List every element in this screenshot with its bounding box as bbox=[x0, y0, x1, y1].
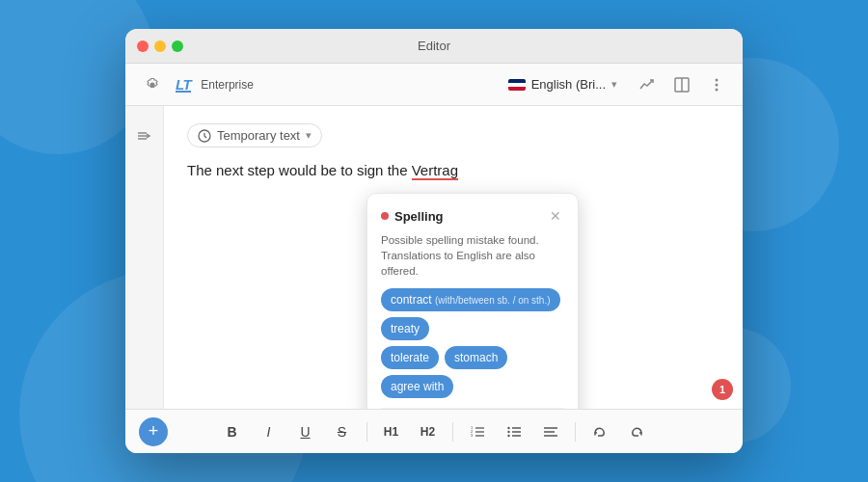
close-button[interactable] bbox=[137, 40, 149, 52]
suggestion-tolerate[interactable]: tolerate bbox=[381, 346, 439, 369]
popup-title-text: Spelling bbox=[394, 209, 444, 224]
language-label: English (Bri... bbox=[531, 77, 606, 92]
svg-point-26 bbox=[507, 434, 509, 436]
badge-count: 1 bbox=[719, 384, 725, 395]
unordered-list-button[interactable] bbox=[500, 417, 529, 446]
popup-header: Spelling ✕ bbox=[381, 207, 564, 225]
editor-window: Editor LT Enterprise English (Bri... bbox=[125, 29, 743, 453]
svg-point-4 bbox=[716, 88, 719, 91]
svg-point-3 bbox=[716, 83, 719, 86]
suggestion-stomach-label: stomach bbox=[454, 351, 498, 364]
redo-button[interactable] bbox=[622, 417, 651, 446]
suggestion-contract-sub: (with/between sb. / on sth.) bbox=[435, 295, 551, 306]
doc-header: Temporary text ▾ bbox=[164, 106, 743, 159]
title-bar: Editor bbox=[125, 29, 743, 64]
suggestion-treaty[interactable]: treaty bbox=[381, 317, 429, 340]
suggestion-contract-label: contract bbox=[391, 293, 432, 307]
bold-button[interactable]: B bbox=[218, 417, 247, 446]
main-area: Temporary text ▾ The next step would be … bbox=[125, 106, 743, 409]
suggestions-row-2: tolerate stomach agree with bbox=[381, 346, 564, 398]
trending-icon[interactable] bbox=[635, 72, 660, 97]
strikethrough-button[interactable]: S bbox=[328, 417, 357, 446]
traffic-lights bbox=[137, 40, 183, 52]
bottom-toolbar: + B I U S H1 H2 1 2 3 bbox=[125, 409, 743, 453]
popup-divider bbox=[381, 408, 564, 409]
enterprise-label: Enterprise bbox=[201, 78, 254, 92]
editor-area: Temporary text ▾ The next step would be … bbox=[164, 106, 743, 409]
strikethrough-label: S bbox=[338, 424, 346, 440]
temp-text-label: Temporary text bbox=[217, 128, 300, 143]
uk-flag-icon bbox=[508, 79, 526, 91]
chevron-down-icon: ▾ bbox=[611, 78, 617, 91]
add-content-button[interactable]: + bbox=[139, 417, 168, 446]
lt-logo: LT bbox=[176, 76, 191, 93]
italic-button[interactable]: I bbox=[255, 417, 284, 446]
add-icon: + bbox=[149, 421, 159, 442]
suggestion-agree-with[interactable]: agree with bbox=[381, 375, 453, 398]
toolbar-right: English (Bri... ▾ bbox=[501, 72, 729, 97]
separator-2 bbox=[452, 422, 453, 442]
popup-description: Possible spelling mistake found. Transla… bbox=[381, 232, 564, 279]
main-toolbar: LT Enterprise English (Bri... ▾ bbox=[125, 64, 743, 106]
temp-text-chevron: ▾ bbox=[306, 129, 312, 142]
suggestion-agree-with-label: agree with bbox=[391, 380, 444, 393]
toolbar-left: LT Enterprise bbox=[139, 71, 489, 98]
language-selector[interactable]: English (Bri... ▾ bbox=[501, 73, 625, 95]
svg-point-2 bbox=[716, 78, 719, 81]
suggestion-tolerate-label: tolerate bbox=[391, 351, 429, 364]
misspelled-word[interactable]: Vertrag bbox=[412, 162, 458, 180]
svg-point-24 bbox=[507, 426, 509, 428]
undo-button[interactable] bbox=[585, 417, 614, 446]
suggestions-row-1: contract (with/between sb. / on sth.) tr… bbox=[381, 288, 564, 340]
suggestion-treaty-label: treaty bbox=[391, 322, 420, 335]
align-button[interactable] bbox=[536, 417, 565, 446]
sidebar-arrow-icon[interactable] bbox=[133, 125, 156, 148]
layout-icon[interactable] bbox=[669, 72, 694, 97]
temp-text-button[interactable]: Temporary text ▾ bbox=[187, 123, 322, 147]
h1-button[interactable]: H1 bbox=[377, 417, 406, 446]
spelling-error-dot bbox=[381, 212, 389, 220]
content-prefix: The next step would be to sign the bbox=[187, 162, 412, 178]
minimize-button[interactable] bbox=[154, 40, 166, 52]
window-title: Editor bbox=[418, 39, 450, 53]
underline-label: U bbox=[300, 424, 310, 440]
more-options-icon[interactable] bbox=[704, 72, 729, 97]
bold-label: B bbox=[227, 424, 236, 440]
fullscreen-button[interactable] bbox=[172, 40, 183, 52]
left-sidebar bbox=[125, 106, 164, 409]
svg-text:3: 3 bbox=[471, 433, 474, 438]
h2-button[interactable]: H2 bbox=[414, 417, 443, 446]
notification-badge: 1 bbox=[712, 379, 733, 400]
spelling-popup: Spelling ✕ Possible spelling mistake fou… bbox=[366, 193, 579, 409]
popup-title: Spelling bbox=[381, 209, 444, 224]
editor-content[interactable]: The next step would be to sign the Vertr… bbox=[164, 159, 743, 182]
separator-3 bbox=[575, 422, 576, 442]
suggestion-stomach[interactable]: stomach bbox=[445, 346, 507, 369]
settings-button[interactable] bbox=[139, 71, 166, 98]
suggestion-contract[interactable]: contract (with/between sb. / on sth.) bbox=[381, 288, 560, 311]
popup-close-button[interactable]: ✕ bbox=[547, 207, 564, 225]
ordered-list-button[interactable]: 1 2 3 bbox=[463, 417, 492, 446]
italic-label: I bbox=[267, 424, 271, 440]
separator-1 bbox=[366, 422, 367, 442]
svg-point-25 bbox=[507, 430, 509, 432]
underline-button[interactable]: U bbox=[291, 417, 320, 446]
